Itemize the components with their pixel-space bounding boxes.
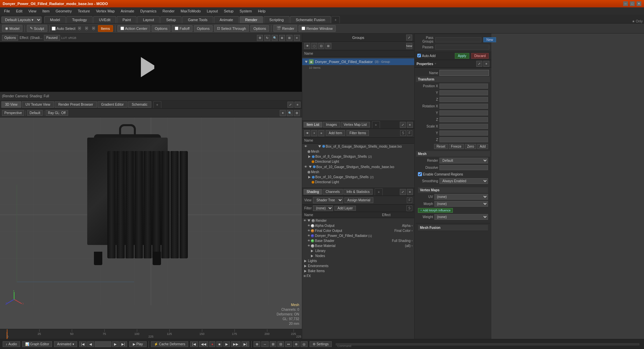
add-transform-button[interactable]: Add [477, 144, 488, 149]
render-window-button[interactable]: Render Window [299, 25, 335, 32]
apply-button[interactable]: Apply [455, 53, 469, 59]
expand-render[interactable] [308, 219, 310, 222]
rotation-z-field[interactable]: 0.0 ° [439, 117, 488, 122]
transform-header[interactable]: Transform [416, 77, 490, 83]
menu-animate[interactable]: Animate [118, 8, 137, 14]
falloff-checkbox[interactable] [175, 27, 178, 30]
action-center-checkbox[interactable] [120, 27, 124, 30]
animated-button[interactable]: Animated ▾ [54, 341, 77, 347]
shader-environments[interactable]: Environments [302, 263, 414, 268]
rotation-y-field[interactable]: 0.0 ° [439, 110, 488, 115]
extra-btn4[interactable]: ⊟ [277, 341, 284, 347]
menu-texture[interactable]: Texture [75, 8, 93, 14]
expand-library[interactable] [311, 250, 313, 252]
shading-s-button[interactable]: S [407, 205, 412, 211]
shader-base-shader[interactable]: 👁 Base Shader Full Shading ▾ [302, 238, 414, 243]
extra-btn2[interactable]: ↔ [261, 341, 269, 347]
shading-view-dropdown[interactable]: Shader Tree [313, 197, 343, 203]
props-options-button[interactable]: ≡ [483, 61, 489, 67]
render-refresh-icon[interactable]: ↻ [264, 35, 270, 41]
dissolve-field[interactable]: 0.0 % [439, 165, 488, 170]
scale-x-field[interactable]: 100.0 % [439, 124, 488, 129]
extra-btn7[interactable]: ◎ [301, 341, 308, 347]
tab-shading[interactable]: Shading [304, 189, 322, 195]
weight-dropdown[interactable]: (none) [434, 214, 488, 220]
item-row-box10[interactable]: 👁 Box_of_10_Gauge_Shotgun_Shells_modo_ba… [302, 164, 414, 169]
menu-layout[interactable]: Layout [204, 8, 220, 14]
maximize-button[interactable]: □ [630, 1, 635, 6]
tab-channels[interactable]: Channels [323, 189, 343, 195]
expand-box8-group[interactable] [308, 155, 311, 158]
menu-setup[interactable]: Setup [221, 8, 236, 14]
options3-button[interactable]: Options [250, 25, 269, 32]
3d-viewport[interactable]: X Y Z Mesh Channels: 0 Deformers: ON GL:… [0, 117, 302, 329]
shader-final-color[interactable]: 👁 Final Color Output Final Color ▾ [302, 228, 414, 233]
item-list-options-button[interactable]: ≡ [407, 122, 413, 128]
expand-lights[interactable] [304, 260, 307, 262]
expand-bake-items[interactable] [304, 270, 307, 272]
options2-button[interactable]: Options [194, 25, 213, 32]
play-button-render[interactable] [141, 57, 161, 77]
item-row-dir-light1[interactable]: Directional Light [310, 159, 414, 164]
next-frame-button[interactable]: ▶ [112, 341, 119, 347]
prev-frame-button[interactable]: ◀ [87, 341, 94, 347]
menu-vertex-map[interactable]: Vertex Map [93, 8, 117, 14]
select-through-button[interactable]: ⊡ Select Through [214, 25, 249, 32]
filter-items-button[interactable]: Filter Items [346, 130, 369, 136]
enable-command-checkbox[interactable] [418, 172, 422, 176]
go-start-button[interactable]: |◀ [79, 341, 87, 347]
groups-new-button[interactable]: New [406, 43, 412, 49]
view-light-icon[interactable]: ☀ [280, 110, 286, 116]
render-dropdown[interactable]: Default [439, 158, 488, 163]
rotation-x-field[interactable]: 0.0 ° [439, 104, 488, 109]
freeze-button[interactable]: Freeze [449, 144, 464, 149]
item-eye-button[interactable]: 👁 [304, 130, 310, 136]
reset-button[interactable]: Reset [434, 144, 447, 149]
sculpt-button[interactable]: ✎ Sculpt [27, 25, 47, 32]
add-tab-button[interactable]: + [331, 16, 339, 23]
audio-button[interactable]: ♪ Audio [3, 341, 20, 347]
perspective-button[interactable]: Perspective [2, 110, 24, 116]
position-z-field[interactable]: 0 m [439, 97, 488, 102]
item-row-mesh2[interactable]: Mesh [306, 169, 414, 174]
expand-box8[interactable] [318, 145, 321, 148]
item-add-button[interactable]: + [311, 130, 317, 136]
shader-library[interactable]: Library [302, 248, 414, 253]
add-view-tab-button[interactable]: + [153, 101, 161, 108]
item-list-expand-button[interactable]: ⤢ [400, 122, 406, 128]
mesh-fusion-header[interactable]: Mesh Fusion [418, 225, 488, 231]
shader-donyer[interactable]: 👁 Donyer_Power_Oil_Filled_Radiator (1) [302, 233, 414, 238]
render-paused-button[interactable]: Paused [44, 35, 60, 41]
expand-box10-group[interactable] [308, 176, 311, 179]
tab-images[interactable]: Images [323, 122, 340, 128]
view-search-icon[interactable]: 🔍 [287, 110, 293, 116]
render-zoom-icon[interactable]: ⊕ [279, 35, 285, 41]
pb-prev-button[interactable]: ◀◀ [199, 341, 208, 347]
groups-eye4-button[interactable]: ⊞ [325, 43, 331, 49]
tab-scripting[interactable]: Scripting [264, 16, 289, 23]
render-search-icon[interactable]: 🔍 [272, 35, 278, 41]
cache-deformers-button[interactable]: ⚡ Cache Deformers [151, 341, 188, 347]
position-y-field[interactable]: 0 m [439, 90, 488, 95]
tab-topology[interactable]: Topology [66, 16, 93, 23]
render-window-checkbox[interactable] [302, 27, 305, 30]
tab-setup[interactable]: Setup [160, 16, 181, 23]
shader-base-material[interactable]: 👁 Base Material (all) ▾ [302, 243, 414, 248]
shader-render[interactable]: 👁 Render [302, 218, 414, 223]
settings-button[interactable]: ⚙ Settings [310, 341, 332, 347]
pb-start-button[interactable]: |◀ [190, 341, 198, 347]
render-options-button[interactable]: Options [2, 35, 18, 41]
action-center-button[interactable]: Action Center [117, 25, 151, 32]
tab-paint[interactable]: Paint [117, 16, 137, 23]
ray-gl-button[interactable]: Ray GL: Off [46, 110, 68, 116]
tab-game-tools[interactable]: Game Tools [182, 16, 213, 23]
extra-btn3[interactable]: ⊞ [270, 341, 276, 347]
pb-play2-button[interactable]: ▶ [223, 341, 230, 347]
pass-groups-field[interactable]: (none) [435, 37, 481, 42]
default-button[interactable]: Default [27, 110, 43, 116]
tab-animate[interactable]: Animate [214, 16, 239, 23]
item-list-f-button[interactable]: F [407, 130, 412, 136]
menu-help[interactable]: Help [255, 8, 268, 14]
extra-btn5[interactable]: ↭ [285, 341, 292, 347]
add-item-button[interactable]: Add Item [326, 130, 345, 136]
